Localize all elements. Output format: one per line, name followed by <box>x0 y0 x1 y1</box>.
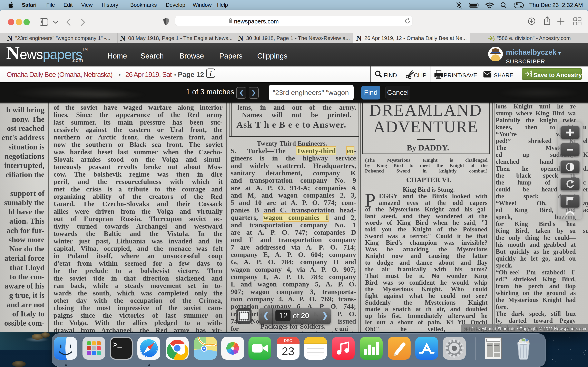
svg-text:23: 23 <box>282 345 294 358</box>
svg-text:>_: >_ <box>113 341 122 349</box>
svg-text:DEC: DEC <box>284 338 292 343</box>
